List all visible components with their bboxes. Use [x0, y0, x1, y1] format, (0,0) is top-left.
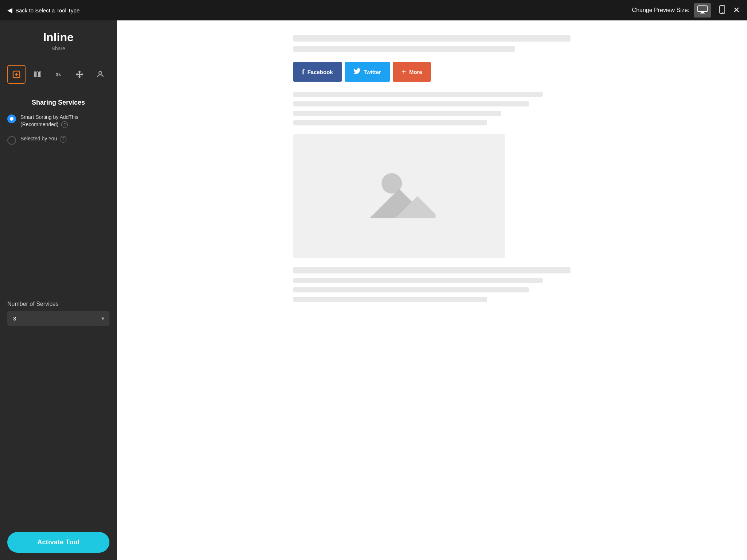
svg-point-4 — [722, 12, 723, 12]
top-header: ◀ Back to Select a Tool Type Change Prev… — [0, 0, 747, 20]
facebook-share-button[interactable]: f Facebook — [293, 62, 342, 82]
columns-icon — [33, 70, 42, 79]
radio-smart-sorting-label: Smart Sorting by AddThis (Recommended) ? — [20, 114, 109, 128]
tool-icon-move[interactable] — [70, 65, 89, 84]
svg-rect-0 — [698, 6, 707, 12]
back-button[interactable]: ◀ Back to Select a Tool Type — [7, 6, 80, 14]
services-count-wrapper: 1 2 3 4 5 — [7, 311, 109, 326]
facebook-label: Facebook — [307, 69, 333, 75]
preview-area: f Facebook Twitter + More — [117, 20, 747, 560]
back-arrow-icon: ◀ — [7, 6, 12, 14]
services-count-label: Number of Services — [7, 301, 109, 307]
placeholder-illustration — [363, 167, 436, 225]
selected-by-you-help-icon[interactable]: ? — [60, 136, 66, 143]
smart-sorting-help-icon[interactable]: ? — [61, 121, 68, 128]
preview-controls: Change Preview Size: ✕ — [632, 3, 740, 18]
skeleton-line-10 — [293, 297, 487, 302]
skeleton-line-9 — [293, 287, 529, 292]
desktop-icon — [697, 5, 708, 13]
preview-content: f Facebook Twitter + More — [293, 35, 570, 302]
skeleton-line-8 — [293, 278, 543, 283]
desktop-preview-button[interactable] — [694, 3, 711, 18]
tool-subtitle: Share — [7, 46, 109, 51]
radio-selected-by-you-label: Selected by You ? — [20, 135, 66, 143]
svg-point-13 — [99, 71, 102, 74]
tool-title: Inline — [7, 31, 109, 44]
activate-tool-button[interactable]: Activate Tool — [7, 532, 109, 553]
skeleton-line-4 — [293, 101, 529, 106]
skeleton-line-6 — [293, 120, 487, 125]
sharing-section-title: Sharing Services — [7, 99, 109, 106]
services-count-select[interactable]: 1 2 3 4 5 — [7, 311, 109, 326]
close-button[interactable]: ✕ — [733, 5, 740, 15]
back-label: Back to Select a Tool Type — [15, 7, 80, 13]
svg-rect-10 — [39, 72, 41, 77]
more-share-button[interactable]: + More — [393, 62, 431, 82]
sidebar: Inline Share 3k — [0, 20, 117, 560]
counter-label: 3k — [56, 72, 61, 77]
skeleton-line-5 — [293, 111, 501, 116]
skeleton-line-3 — [293, 92, 543, 97]
twitter-share-button[interactable]: Twitter — [345, 62, 390, 82]
radio-smart-sorting[interactable]: Smart Sorting by AddThis (Recommended) ? — [7, 114, 109, 128]
profile-icon — [96, 70, 105, 79]
tool-icon-row: 3k — [0, 59, 117, 90]
services-count-section: Number of Services 1 2 3 4 5 — [0, 301, 117, 333]
more-label: More — [409, 69, 422, 75]
svg-rect-8 — [34, 72, 36, 77]
skeleton-line-7 — [293, 267, 570, 273]
facebook-icon: f — [302, 68, 305, 76]
twitter-icon — [353, 68, 361, 76]
tool-icon-profile[interactable] — [91, 65, 109, 84]
preview-size-label: Change Preview Size: — [632, 7, 689, 13]
svg-rect-2 — [700, 13, 705, 13]
mobile-preview-button[interactable] — [716, 3, 729, 18]
add-icon — [12, 70, 21, 79]
sharing-section: Sharing Services Smart Sorting by AddThi… — [0, 90, 117, 301]
mobile-icon — [719, 5, 725, 14]
image-placeholder — [293, 134, 505, 258]
radio-smart-sorting-indicator — [7, 114, 16, 123]
tool-icon-add[interactable] — [7, 65, 26, 84]
svg-rect-9 — [37, 72, 38, 77]
activate-area: Activate Tool — [0, 526, 117, 560]
main-layout: Inline Share 3k — [0, 20, 747, 560]
tool-icon-counter[interactable]: 3k — [49, 65, 67, 84]
more-icon: + — [402, 67, 406, 77]
sidebar-title-area: Inline Share — [0, 20, 117, 59]
tool-icon-columns[interactable] — [28, 65, 47, 84]
twitter-label: Twitter — [364, 69, 381, 75]
move-icon — [75, 70, 84, 79]
radio-selected-by-you[interactable]: Selected by You ? — [7, 135, 109, 145]
skeleton-line-2 — [293, 46, 515, 52]
twitter-bird-icon — [353, 68, 361, 74]
skeleton-line-1 — [293, 35, 570, 42]
radio-selected-by-you-indicator — [7, 136, 16, 145]
share-buttons-row: f Facebook Twitter + More — [293, 62, 570, 82]
